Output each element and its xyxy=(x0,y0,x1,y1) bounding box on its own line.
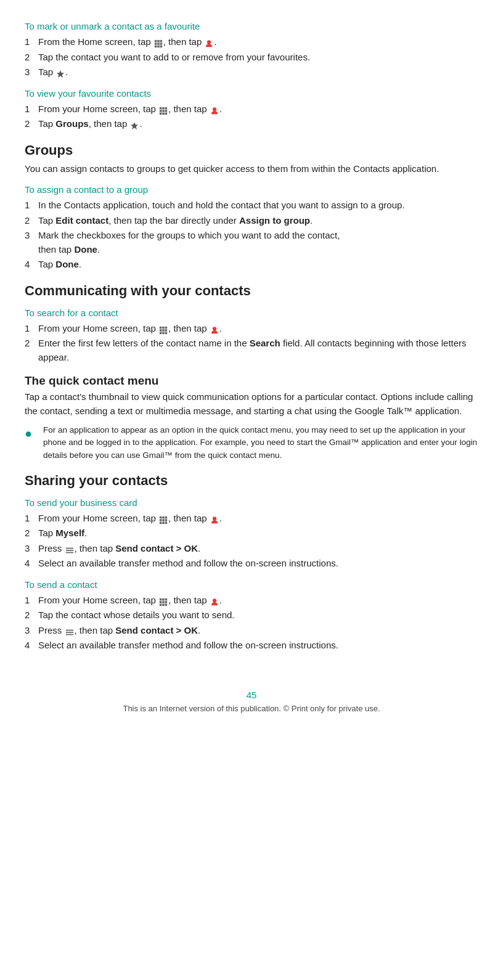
quickmenu-heading: The quick contact menu xyxy=(25,374,478,388)
contact-icon xyxy=(205,38,213,47)
step-text: Press , then tap Send contact > OK. xyxy=(38,542,200,556)
sendcontact-steps: 1 From your Home screen, tap , then tap … xyxy=(25,594,478,653)
step-text: Tap Groups, then tap . xyxy=(38,117,142,131)
list-item: 4 Select an available transfer method an… xyxy=(25,557,478,571)
contact-icon xyxy=(210,597,219,605)
assign-contact-heading: To assign a contact to a group xyxy=(25,184,478,195)
businesscard-heading: To send your business card xyxy=(25,497,478,508)
sendcontact-heading: To send a contact xyxy=(25,579,478,590)
star-icon xyxy=(130,120,139,129)
step-text: Enter the first few letters of the conta… xyxy=(38,337,478,364)
menu-icon xyxy=(65,627,74,635)
mark-favourite-section: To mark or unmark a contact as a favouri… xyxy=(25,21,478,80)
step-number: 3 xyxy=(25,65,38,80)
businesscard-steps: 1 From your Home screen, tap , then tap … xyxy=(25,512,478,571)
communicating-section: Communicating with your contacts To sear… xyxy=(25,283,478,462)
sharing-heading: Sharing your contacts xyxy=(25,473,478,489)
step-number: 2 xyxy=(25,214,38,228)
step-number: 1 xyxy=(25,594,38,608)
footer-text: This is an Internet version of this publ… xyxy=(123,704,380,713)
step-number: 3 xyxy=(25,542,38,556)
view-favourite-heading: To view your favourite contacts xyxy=(25,88,478,99)
step-text: Select an available transfer method and … xyxy=(38,639,338,653)
list-item: 1 In the Contacts application, touch and… xyxy=(25,198,478,213)
step-number: 1 xyxy=(25,322,38,336)
list-item: 2 Tap the contact whose details you want… xyxy=(25,608,478,623)
step-number: 2 xyxy=(25,526,38,541)
list-item: 2 Tap Edit contact, then tap the bar dir… xyxy=(25,214,478,228)
step-text: Tap Myself. xyxy=(38,526,87,541)
list-item: 1 From your Home screen, tap , then tap … xyxy=(25,102,478,116)
step-text: Tap the contact you want to add to or re… xyxy=(38,51,310,65)
step-text: Press , then tap Send contact > OK. xyxy=(38,624,200,638)
list-item: 2 Enter the first few letters of the con… xyxy=(25,337,478,364)
list-item: 4 Tap Done. xyxy=(25,258,478,272)
list-item: 3 Tap . xyxy=(25,65,478,80)
step-number: 1 xyxy=(25,102,38,116)
notice-text: For an application to appear as an optio… xyxy=(43,424,478,462)
step-number: 4 xyxy=(25,557,38,571)
step-text: Select an available transfer method and … xyxy=(38,557,338,571)
step-text: Tap Done. xyxy=(38,258,81,272)
list-item: 3 Mark the checkboxes for the groups to … xyxy=(25,229,478,256)
list-item: 2 Tap Myself. xyxy=(25,526,478,541)
assign-contact-steps: 1 In the Contacts application, touch and… xyxy=(25,198,478,272)
page-footer: 45 This is an Internet version of this p… xyxy=(25,690,478,713)
step-number: 4 xyxy=(25,258,38,272)
list-item: 4 Select an available transfer method an… xyxy=(25,639,478,653)
step-text: Tap Edit contact, then tap the bar direc… xyxy=(38,214,313,228)
star-icon xyxy=(56,68,65,77)
step-number: 2 xyxy=(25,117,38,131)
step-number: 1 xyxy=(25,198,38,213)
step-number: 1 xyxy=(25,512,38,526)
view-favourite-section: To view your favourite contacts 1 From y… xyxy=(25,88,478,131)
list-item: 3 Press , then tap Send contact > OK. xyxy=(25,542,478,556)
menu-icon xyxy=(65,545,74,553)
step-text: From your Home screen, tap , then tap . xyxy=(38,102,222,116)
list-item: 2 Tap Groups, then tap . xyxy=(25,117,478,131)
list-item: 3 Press , then tap Send contact > OK. xyxy=(25,624,478,638)
step-number: 3 xyxy=(25,229,38,243)
list-item: 1 From your Home screen, tap , then tap … xyxy=(25,594,478,608)
apps-icon xyxy=(159,105,168,114)
step-text: Mark the checkboxes for the groups to wh… xyxy=(38,229,340,256)
step-text: In the Contacts application, touch and h… xyxy=(38,198,405,213)
search-steps: 1 From your Home screen, tap , then tap … xyxy=(25,322,478,365)
groups-body: You can assign contacts to groups to get… xyxy=(25,162,478,176)
step-number: 2 xyxy=(25,608,38,623)
step-text: From your Home screen, tap , then tap . xyxy=(38,512,222,526)
apps-icon xyxy=(159,325,168,333)
step-text: From the Home screen, tap , then tap . xyxy=(38,35,217,49)
page-number: 45 xyxy=(25,690,478,700)
notice-block: ● For an application to appear as an opt… xyxy=(25,424,478,462)
groups-section: Groups You can assign contacts to groups… xyxy=(25,142,478,272)
list-item: 2 Tap the contact you want to add to or … xyxy=(25,51,478,65)
apps-icon xyxy=(154,38,163,47)
apps-icon xyxy=(159,515,168,523)
view-favourite-steps: 1 From your Home screen, tap , then tap … xyxy=(25,102,478,131)
list-item: 1 From your Home screen, tap , then tap … xyxy=(25,322,478,336)
sharing-section: Sharing your contacts To send your busin… xyxy=(25,473,478,653)
step-number: 1 xyxy=(25,35,38,49)
search-heading: To search for a contact xyxy=(25,308,478,318)
step-text: Tap . xyxy=(38,65,68,80)
step-number: 2 xyxy=(25,337,38,351)
list-item: 1 From the Home screen, tap , then tap . xyxy=(25,35,478,49)
step-number: 3 xyxy=(25,624,38,638)
contact-icon xyxy=(210,105,219,114)
communicating-heading: Communicating with your contacts xyxy=(25,283,478,299)
step-number: 2 xyxy=(25,51,38,65)
mark-favourite-heading: To mark or unmark a contact as a favouri… xyxy=(25,21,478,31)
list-item: 1 From your Home screen, tap , then tap … xyxy=(25,512,478,526)
notice-icon: ● xyxy=(25,424,38,443)
apps-icon xyxy=(159,597,168,605)
mark-favourite-steps: 1 From the Home screen, tap , then tap .… xyxy=(25,35,478,80)
contact-icon xyxy=(210,515,219,523)
step-number: 4 xyxy=(25,639,38,653)
step-text: From your Home screen, tap , then tap . xyxy=(38,594,222,608)
step-text: Tap the contact whose details you want t… xyxy=(38,608,235,623)
groups-heading: Groups xyxy=(25,142,478,158)
step-text: From your Home screen, tap , then tap . xyxy=(38,322,222,336)
contact-icon xyxy=(210,325,219,333)
quickmenu-body: Tap a contact's thumbnail to view quick … xyxy=(25,390,478,418)
